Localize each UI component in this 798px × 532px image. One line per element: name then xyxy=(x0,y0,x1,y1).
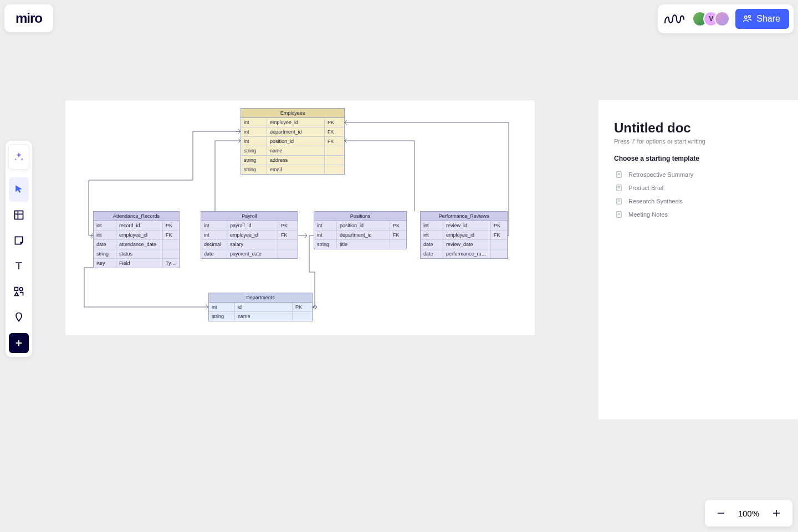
template-item[interactable]: Research Synthesis xyxy=(614,195,782,208)
table-row: KeyFieldType xyxy=(94,258,179,268)
cell: date xyxy=(421,240,443,249)
cell xyxy=(292,312,312,321)
sticky-tool[interactable] xyxy=(9,228,29,253)
cell xyxy=(324,165,344,174)
doc-icon xyxy=(615,197,623,205)
cell xyxy=(278,240,298,249)
cell xyxy=(278,249,298,258)
logo-text: miro xyxy=(16,11,42,26)
cell: PK xyxy=(390,221,406,230)
entity-reviews[interactable]: Performance_Reviews intreview_idPKintemp… xyxy=(420,211,508,259)
canvas[interactable]: Employees intemployee_idPKintdepartment_… xyxy=(65,100,535,335)
entity-attendance[interactable]: Attendance_Records intrecord_idPKintempl… xyxy=(93,211,180,268)
cell: PK xyxy=(324,118,344,127)
logo-card[interactable]: miro xyxy=(4,4,53,32)
table-row: intposition_idFK xyxy=(241,136,344,146)
ai-tool[interactable] xyxy=(9,145,29,169)
cell: email xyxy=(267,165,324,174)
svg-rect-2 xyxy=(15,211,23,219)
shapes-tool[interactable] xyxy=(9,279,29,304)
share-icon xyxy=(742,14,752,24)
svg-point-1 xyxy=(749,16,751,18)
cell: department_id xyxy=(336,231,390,239)
cell: int xyxy=(209,303,234,311)
entity-employees[interactable]: Employees intemployee_idPKintdepartment_… xyxy=(241,108,345,175)
doc-icon xyxy=(615,211,623,218)
pen-tool[interactable] xyxy=(9,305,29,329)
doc-icon xyxy=(615,184,623,192)
template-item[interactable]: Retrospective Summary xyxy=(614,168,782,181)
share-button[interactable]: Share xyxy=(735,9,789,29)
cell: int xyxy=(314,221,336,230)
cell: string xyxy=(241,156,267,165)
zoom-out-button[interactable] xyxy=(714,506,728,520)
template-item[interactable]: Product Brief xyxy=(614,181,782,195)
cell: FK xyxy=(490,231,507,239)
cell: FK xyxy=(162,231,179,239)
cell: employee_id xyxy=(116,231,162,239)
cell: position_id xyxy=(267,137,324,146)
template-heading: Choose a starting template xyxy=(614,155,782,162)
cell: performance_rating xyxy=(443,249,490,258)
template-item[interactable]: Meeting Notes xyxy=(614,208,782,221)
cell: string xyxy=(94,249,116,258)
cell xyxy=(162,240,179,249)
cell xyxy=(390,240,406,249)
cell: status xyxy=(116,249,162,258)
cell: PK xyxy=(490,221,507,230)
left-toolbar xyxy=(6,141,32,357)
svg-rect-7 xyxy=(15,288,18,291)
zoom-in-button[interactable] xyxy=(769,506,784,520)
table-row: intdepartment_idFK xyxy=(241,127,344,136)
cell: Type xyxy=(162,259,179,268)
cell: review_id xyxy=(443,221,490,230)
cell xyxy=(324,156,344,165)
cell: attendance_date xyxy=(116,240,162,249)
table-row: intemployee_idFK xyxy=(94,230,179,239)
entity-title: Attendance_Records xyxy=(94,212,179,221)
table-row: decimalsalary xyxy=(201,239,298,249)
cell: Field xyxy=(116,259,162,268)
entity-title: Employees xyxy=(241,109,344,118)
entity-positions[interactable]: Positions intposition_idPKintdepartment_… xyxy=(314,211,407,249)
table-row: stringemail xyxy=(241,165,344,174)
cell: FK xyxy=(324,127,344,136)
entity-departments[interactable]: Departments intidPKstringname xyxy=(208,293,313,321)
cell: FK xyxy=(324,137,344,146)
table-row: stringname xyxy=(209,311,312,321)
cell: id xyxy=(234,303,292,311)
text-tool[interactable] xyxy=(9,254,29,278)
cell: int xyxy=(421,221,443,230)
table-row: intpayroll_idPK xyxy=(201,221,298,230)
cell xyxy=(162,249,179,258)
table-row: stringtitle xyxy=(314,239,406,249)
template-label: Meeting Notes xyxy=(628,211,668,218)
cell: employee_id xyxy=(443,231,490,239)
add-tool[interactable] xyxy=(9,333,29,353)
table-row: dateattendance_date xyxy=(94,239,179,249)
scribble-icon[interactable] xyxy=(662,9,687,29)
entity-payroll[interactable]: Payroll intpayroll_idPKintemployee_idFKd… xyxy=(201,211,298,259)
frame-tool[interactable] xyxy=(9,203,29,227)
table-row: stringstatus xyxy=(94,249,179,258)
cell: payment_date xyxy=(227,249,278,258)
select-tool[interactable] xyxy=(9,177,29,202)
cell: salary xyxy=(227,240,278,249)
zoom-level[interactable]: 100% xyxy=(738,509,759,518)
avatar-stack[interactable]: V xyxy=(692,11,730,27)
doc-title[interactable]: Untitled doc xyxy=(614,120,782,136)
top-right-bar: V Share xyxy=(658,4,794,33)
cell: employee_id xyxy=(227,231,278,239)
cell: date xyxy=(201,249,227,258)
avatar[interactable] xyxy=(714,11,730,27)
cell: string xyxy=(241,165,267,174)
cell: record_id xyxy=(116,221,162,230)
table-row: intreview_idPK xyxy=(421,221,507,230)
cell: name xyxy=(267,146,324,155)
cell: string xyxy=(209,312,234,321)
doc-panel[interactable]: Untitled doc Press '/' for options or st… xyxy=(598,100,798,420)
cell: date xyxy=(421,249,443,258)
svg-point-0 xyxy=(745,16,748,19)
table-row: intemployee_idFK xyxy=(421,230,507,239)
template-label: Product Brief xyxy=(628,185,664,191)
